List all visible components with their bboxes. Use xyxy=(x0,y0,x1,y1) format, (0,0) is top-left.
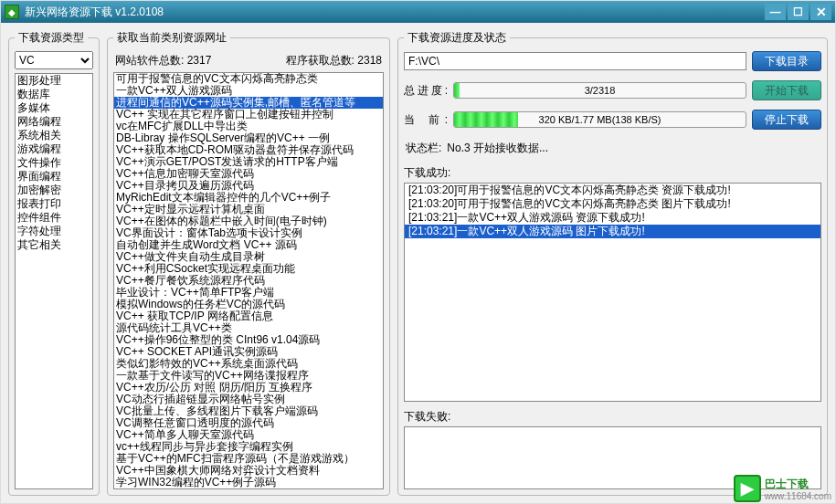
success-list[interactable]: [21:03:20]可用于报警信息的VC文本闪烁高亮静态类 资源下载成功![21… xyxy=(404,183,821,402)
status-line: 状态栏: No.3 开始接收数据... xyxy=(404,139,821,158)
resource-item[interactable]: VC++可自己编程的Date Picker日期选择控件 xyxy=(114,488,383,489)
watermark-logo-icon: ▶ xyxy=(734,475,761,502)
download-path-input[interactable] xyxy=(404,52,746,70)
watermark-url: www.11684.com xyxy=(765,490,831,502)
category-item[interactable]: 系统相关 xyxy=(16,129,92,142)
success-item[interactable]: [21:03:21]一款VC++双人游戏源码 资源下载成功! xyxy=(405,211,820,225)
success-label: 下载成功: xyxy=(404,163,821,183)
success-item[interactable]: [21:03:20]可用于报警信息的VC文本闪烁高亮静态类 图片下载成功! xyxy=(405,197,820,211)
mid-legend: 获取当前类别资源网址 xyxy=(113,30,230,46)
app-window: ◆ 新兴网络资源下载 v1.2.0108 — ☐ ✕ 下载资源类型 VC 图形处… xyxy=(0,0,836,504)
status-text: No.3 开始接收数据... xyxy=(447,141,548,156)
maximize-button[interactable]: ☐ xyxy=(788,4,809,20)
success-item[interactable]: [21:03:21]一款VC++双人游戏源码 图片下载成功! xyxy=(405,225,820,238)
total-progress-row: 总进度: 3/2318 开始下载 xyxy=(404,80,821,100)
total-progress-bar: 3/2318 xyxy=(453,82,746,99)
client-area: 下载资源类型 VC 图形处理数据库多媒体网络编程系统相关游戏编程文件操作界面编程… xyxy=(1,23,835,503)
current-progress-row: 当 前: 320 KB/1.77 MB(138 KB/S) 停止下载 xyxy=(404,110,821,130)
titlebar[interactable]: ◆ 新兴网络资源下载 v1.2.0108 — ☐ ✕ xyxy=(1,1,835,23)
resource-type-select[interactable]: VC xyxy=(15,51,93,69)
category-item[interactable]: 图形处理 xyxy=(16,74,92,88)
category-item[interactable]: 其它相关 xyxy=(16,238,92,252)
category-list[interactable]: 图形处理数据库多媒体网络编程系统相关游戏编程文件操作界面编程加密解密报表打印控件… xyxy=(15,73,93,489)
right-legend: 下载资源进度及状态 xyxy=(404,30,510,46)
category-item[interactable]: 数据库 xyxy=(16,88,92,101)
success-item[interactable]: [21:03:20]可用于报警信息的VC文本闪烁高亮静态类 资源下载成功! xyxy=(405,184,820,197)
category-item[interactable]: 文件操作 xyxy=(16,156,92,170)
current-progress-bar: 320 KB/1.77 MB(138 KB/S) xyxy=(453,111,746,128)
total-progress-label: 总进度: xyxy=(404,83,448,99)
category-item[interactable]: 字符处理 xyxy=(16,225,92,238)
right-panel: 下载资源进度及状态 下载目录 总进度: 3/2318 开始下载 当 前: 320… xyxy=(397,30,828,496)
download-button[interactable]: 开始下载 xyxy=(752,80,821,100)
fail-label: 下载失败: xyxy=(404,407,821,426)
browse-button[interactable]: 下载目录 xyxy=(752,51,821,71)
watermark-brand: 巴士下载 xyxy=(765,478,831,490)
path-row: 下载目录 xyxy=(404,51,821,71)
category-item[interactable]: 报表打印 xyxy=(16,197,92,211)
status-label: 状态栏: xyxy=(406,141,441,156)
watermark: ▶ 巴士下载 www.11684.com xyxy=(734,475,831,502)
stop-button[interactable]: 停止下载 xyxy=(752,110,821,130)
app-icon: ◆ xyxy=(5,5,19,19)
category-item[interactable]: 加密解密 xyxy=(16,184,92,197)
prog-total: 程序获取总数: 2318 xyxy=(286,53,382,68)
mid-summary-row: 网站软件总数: 2317 程序获取总数: 2318 xyxy=(113,51,384,72)
window-title: 新兴网络资源下载 v1.2.0108 xyxy=(25,5,164,20)
category-item[interactable]: 控件组件 xyxy=(16,211,92,225)
category-item[interactable]: 网络编程 xyxy=(16,115,92,129)
category-item[interactable]: 多媒体 xyxy=(16,101,92,115)
success-section: 下载成功: [21:03:20]可用于报警信息的VC文本闪烁高亮静态类 资源下载… xyxy=(404,163,821,402)
mid-panel: 获取当前类别资源网址 网站软件总数: 2317 程序获取总数: 2318 可用于… xyxy=(107,30,390,496)
category-item[interactable]: 游戏编程 xyxy=(16,142,92,156)
site-total: 网站软件总数: 2317 xyxy=(115,53,211,68)
minimize-button[interactable]: — xyxy=(765,4,786,20)
left-panel: 下载资源类型 VC 图形处理数据库多媒体网络编程系统相关游戏编程文件操作界面编程… xyxy=(8,30,100,496)
resource-list[interactable]: 可用于报警信息的VC文本闪烁高亮静态类一款VC++双人游戏源码进程间通信的VC+… xyxy=(113,72,384,489)
close-button[interactable]: ✕ xyxy=(810,4,831,20)
category-item[interactable]: 界面编程 xyxy=(16,170,92,184)
left-legend: 下载资源类型 xyxy=(15,30,88,46)
current-progress-label: 当 前: xyxy=(404,112,448,128)
